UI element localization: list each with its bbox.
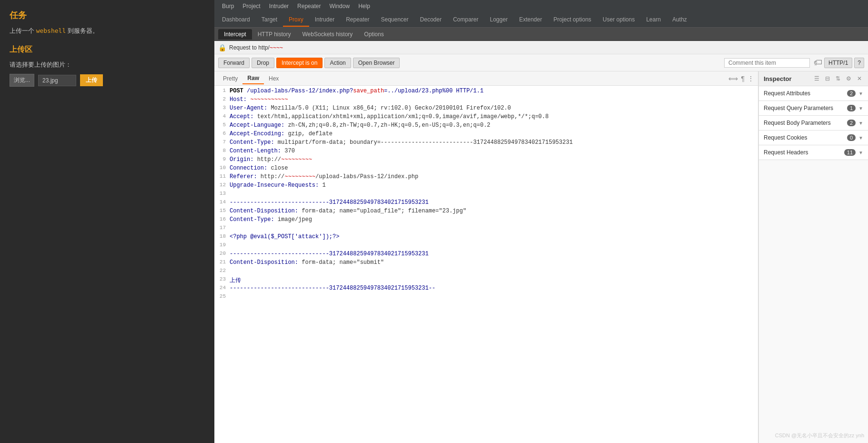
tab-repeater[interactable]: Repeater <box>340 13 375 27</box>
table-row: 15 Content-Disposition: form-data; name=… <box>214 208 758 216</box>
menu-repeater[interactable]: Repeater <box>293 2 324 10</box>
inspector-section-body-params: Request Body Parameters 2 ▼ <box>759 116 868 131</box>
table-row: 19 <box>214 242 758 251</box>
menu-bar: Burp Project Intruder Repeater Window He… <box>214 0 868 12</box>
http-version-button[interactable]: HTTP/1 <box>824 58 852 68</box>
request-body[interactable]: 1 POST /upload-labs/Pass-12/index.php?sa… <box>214 86 758 443</box>
tab-decoder[interactable]: Decoder <box>414 13 447 27</box>
table-row: 1 POST /upload-labs/Pass-12/index.php?sa… <box>214 88 758 96</box>
proxy-subtab-bar: Intercept HTTP history WebSockets histor… <box>214 28 868 41</box>
tab-learn[interactable]: Learn <box>640 13 666 27</box>
word-wrap-icon[interactable]: ⟺ <box>728 75 738 82</box>
inspector-section-label: Request Body Parameters <box>764 120 847 126</box>
upload-section-title: 上传区 <box>10 45 205 55</box>
table-row: 21 Content-Disposition: form-data; name=… <box>214 259 758 268</box>
tab-hex[interactable]: Hex <box>264 73 283 84</box>
table-row: 14 -----------------------------31724488… <box>214 199 758 208</box>
table-row: 7 Content-Type: multipart/form-data; bou… <box>214 139 758 148</box>
table-row: 10 Connection: close <box>214 165 758 173</box>
table-row: 9 Origin: http://~~~~~~~~~ <box>214 156 758 165</box>
upload-label: 请选择要上传的图片： <box>10 60 205 69</box>
menu-burp[interactable]: Burp <box>218 2 238 10</box>
inspector-count-query: 1 <box>847 105 856 111</box>
chevron-down-icon: ▼ <box>858 135 863 141</box>
tab-authz[interactable]: Authz <box>666 13 693 27</box>
show-invisibles-icon[interactable]: ¶ <box>741 75 745 82</box>
table-row: 8 Content-Length: 370 <box>214 148 758 156</box>
request-editor: Pretty Raw Hex ⟺ ¶ ⋮ 1 POST /upload-labs… <box>214 71 758 443</box>
menu-intruder[interactable]: Intruder <box>265 2 293 10</box>
subtab-intercept[interactable]: Intercept <box>218 29 252 40</box>
inspector-section-headers: Request Headers 11 ▼ <box>759 145 868 160</box>
webshell-code: webshell <box>36 27 66 34</box>
list-view-icon[interactable]: ☰ <box>813 74 821 83</box>
inspector-close-icon[interactable]: ✕ <box>856 74 863 83</box>
inspector-section-label: Request Attributes <box>764 90 847 97</box>
upload-button[interactable]: 上传 <box>80 74 103 86</box>
upload-controls: 浏览... 23.jpg 上传 <box>10 74 205 87</box>
inspector-count-cookies: 0 <box>847 134 856 141</box>
tab-sequencer[interactable]: Sequencer <box>375 13 414 27</box>
tab-user-options[interactable]: User options <box>597 13 640 27</box>
tab-raw[interactable]: Raw <box>242 73 264 84</box>
tab-dashboard[interactable]: Dashboard <box>216 13 256 27</box>
inspector-section-header-attributes[interactable]: Request Attributes 2 ▼ <box>759 86 868 101</box>
inspector-section-header-body[interactable]: Request Body Parameters 2 ▼ <box>759 116 868 130</box>
inspector-count-body: 2 <box>847 120 856 126</box>
request-url-row: 🔒 Request to http/~~~~ <box>214 41 868 54</box>
subtab-http-history[interactable]: HTTP history <box>252 29 297 40</box>
tag-icon[interactable]: 🏷 <box>814 58 822 68</box>
inspector-settings-icon[interactable]: ⚙ <box>845 74 853 83</box>
table-row: 11 Referer: http://~~~~~~~~~/upload-labs… <box>214 173 758 182</box>
sort-icon[interactable]: ⇅ <box>834 74 842 83</box>
inspector-count-headers: 11 <box>844 149 856 156</box>
tab-project-options[interactable]: Project options <box>548 13 597 27</box>
table-row: 17 <box>214 225 758 233</box>
inspector-section-label: Request Cookies <box>764 134 847 141</box>
grid-view-icon[interactable]: ⊟ <box>824 74 831 83</box>
inspector-section-header-query[interactable]: Request Query Parameters 1 ▼ <box>759 101 868 115</box>
subtab-options[interactable]: Options <box>358 29 389 40</box>
help-button[interactable]: ? <box>854 58 864 68</box>
main-tab-bar: Dashboard Target Proxy Intruder Repeater… <box>214 12 868 28</box>
subtab-websockets-history[interactable]: WebSockets history <box>297 29 359 40</box>
chevron-down-icon: ▼ <box>858 121 863 126</box>
table-row: 6 Accept-Encoding: gzip, deflate <box>214 131 758 139</box>
table-row: 16 Content-Type: image/jpeg <box>214 216 758 225</box>
inspector-section-label: Request Query Parameters <box>764 105 847 111</box>
browse-button[interactable]: 浏览... <box>10 74 34 87</box>
menu-window[interactable]: Window <box>325 2 353 10</box>
intercept-toolbar: Forward Drop Intercept is on Action Open… <box>214 54 868 71</box>
table-row: 24 -----------------------------31724488… <box>214 285 758 293</box>
drop-button[interactable]: Drop <box>252 58 274 68</box>
table-row: 25 <box>214 293 758 302</box>
menu-project[interactable]: Project <box>239 2 264 10</box>
table-row: 22 <box>214 268 758 276</box>
chevron-down-icon: ▼ <box>858 150 863 155</box>
tab-pretty[interactable]: Pretty <box>218 73 242 84</box>
inspector-panel: Inspector ☰ ⊟ ⇅ ⚙ ✕ Request Attributes 2… <box>758 71 868 443</box>
action-button[interactable]: Action <box>324 58 351 68</box>
comment-input[interactable] <box>724 58 810 68</box>
inspector-section-cookies: Request Cookies 0 ▼ <box>759 131 868 145</box>
main-content: Pretty Raw Hex ⟺ ¶ ⋮ 1 POST /upload-labs… <box>214 71 868 443</box>
lock-icon: 🔒 <box>218 44 226 51</box>
inspector-section-label: Request Headers <box>764 149 844 156</box>
menu-help[interactable]: Help <box>354 2 374 10</box>
chevron-down-icon: ▼ <box>858 91 863 96</box>
table-row: 2 Host: ~~~~~~~~~~~ <box>214 96 758 105</box>
tab-extender[interactable]: Extender <box>514 13 548 27</box>
tab-target[interactable]: Target <box>256 13 283 27</box>
inspector-section-header-cookies[interactable]: Request Cookies 0 ▼ <box>759 131 868 145</box>
open-browser-button[interactable]: Open Browser <box>353 58 400 68</box>
tab-proxy[interactable]: Proxy <box>283 13 309 27</box>
tab-logger[interactable]: Logger <box>484 13 513 27</box>
tab-comparer[interactable]: Comparer <box>447 13 484 27</box>
forward-button[interactable]: Forward <box>218 58 250 68</box>
inspector-section-header-headers[interactable]: Request Headers 11 ▼ <box>759 145 868 160</box>
editor-tabs: Pretty Raw Hex ⟺ ¶ ⋮ <box>214 71 758 86</box>
intercept-on-button[interactable]: Intercept is on <box>276 58 323 68</box>
tab-intruder[interactable]: Intruder <box>309 13 340 27</box>
inspector-count-attributes: 2 <box>847 90 856 97</box>
settings-icon[interactable]: ⋮ <box>747 75 754 82</box>
